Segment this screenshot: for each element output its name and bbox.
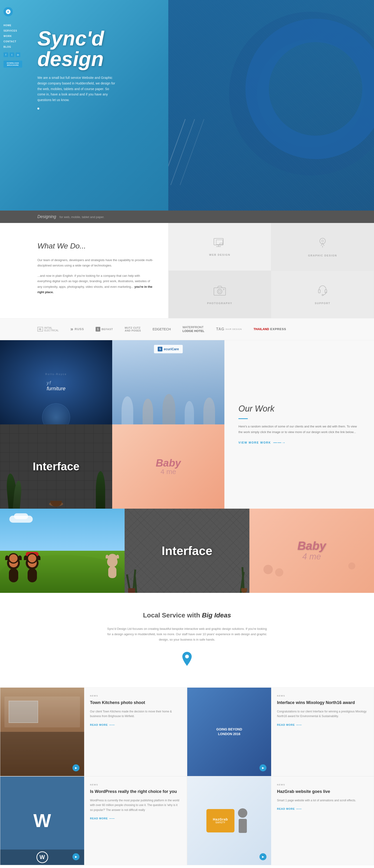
news-item-interface: GOING BEYONDLONDON 2016 ▶ NEWS Interface… xyxy=(187,687,374,776)
hazgrab-news-title: HazGrab website goes live xyxy=(277,789,368,795)
work-item-securicare[interactable]: S ecuriCare xyxy=(112,340,225,425)
graphic-design-label: GRAPHIC DESIGN xyxy=(308,254,337,257)
work-divider xyxy=(238,418,248,419)
service-photography[interactable]: PHOTOGRAPHY xyxy=(168,271,271,318)
work-section: Rolls-Royce yf furniture xyxy=(0,340,374,508)
nav-blog[interactable]: BLOG xyxy=(3,45,22,49)
news-interface-image: GOING BEYONDLONDON 2016 ▶ xyxy=(187,688,271,776)
support-label: SUPPORT xyxy=(315,302,330,305)
graphic-design-icon xyxy=(317,237,329,251)
news-interface-content: NEWS Interface wins Mixology North16 awa… xyxy=(271,688,374,776)
client-edgetech: edgetech xyxy=(152,327,171,331)
work-section-row2: Interface Baby 4 me xyxy=(0,508,374,593)
social-links: f t in xyxy=(3,53,22,57)
hero-background-image xyxy=(168,0,374,211)
web-design-label: WEB DESIGN xyxy=(209,253,231,256)
work-description: Here's a random selection of some of our… xyxy=(238,424,360,435)
interface-bottom-label: Interface xyxy=(162,544,212,558)
wordpress-news-tag: NEWS xyxy=(90,783,181,786)
interface-news-title: Interface wins Mixology North16 award xyxy=(277,700,368,706)
linkedin-icon[interactable]: in xyxy=(16,53,20,57)
work-grid: Rolls-Royce yf furniture xyxy=(0,340,225,508)
hero-content: Sync'd design We are a small but full se… xyxy=(37,28,117,110)
nav-services[interactable]: SERVICES xyxy=(3,29,22,33)
big-ideas-description: Sync'd Design Ltd focuses on creating be… xyxy=(105,626,269,643)
photography-label: PHOTOGRAPHY xyxy=(207,302,232,305)
arrow-icon: —— xyxy=(296,807,302,810)
news-section: ▶ NEWS Town Kitchens photo shoot Our cli… xyxy=(0,687,374,865)
svg-rect-1 xyxy=(216,240,223,245)
wordpress-logo: W xyxy=(33,810,51,832)
interface-news-tag: NEWS xyxy=(277,694,368,697)
client-tag: TAG HAIR DESIGN xyxy=(216,327,242,331)
news-item-wordpress: W W ▶ NEWS Is WordPress really the right… xyxy=(0,776,187,865)
work-heading: Our Work xyxy=(238,404,360,414)
news-item-hazgrab: HazGrab SAFETY ▶ NEWS HazGrab website go… xyxy=(187,776,374,865)
designing-label: Designing xyxy=(37,214,56,219)
support-icon xyxy=(317,284,329,298)
hazgrab-read-more[interactable]: READ MORE —— xyxy=(277,807,368,810)
arrow-icon: —— xyxy=(109,817,115,820)
kitchen-news-icon: ▶ xyxy=(72,764,79,771)
hazgrab-news-text: Smart 1 page website with a lot of anima… xyxy=(277,798,368,803)
hero-description: We are a small but full service Website … xyxy=(37,75,117,103)
news-wordpress-content: NEWS Is WordPress really the right choic… xyxy=(84,777,187,865)
arrow-icon: ——→ xyxy=(273,440,286,445)
download-brochure-button[interactable]: DOWNLOAD BROCHURE xyxy=(3,61,22,68)
facebook-icon[interactable]: f xyxy=(3,53,8,57)
baby-feet-image: Baby 4 me xyxy=(112,425,225,508)
main-nav: HOME SERVICES WORK CONTACT BLOG xyxy=(3,23,22,49)
client-thailand: THAILANDEXPRESS xyxy=(253,327,286,331)
client-befast: 1 BeFast xyxy=(96,327,113,332)
svg-rect-0 xyxy=(214,239,223,245)
web-design-icon xyxy=(213,237,227,250)
client-initial: IE INITIALELECTRICAL xyxy=(37,327,59,332)
big-ideas-title: Local Service with Big Ideas xyxy=(37,612,337,619)
work-item-interface-bottom[interactable]: Interface xyxy=(125,508,249,593)
arrow-icon: —— xyxy=(296,723,302,726)
work-item-baby-bottom[interactable]: Baby 4 me xyxy=(249,508,374,593)
services-description: ...and now in plain English: if you're l… xyxy=(37,273,154,295)
nav-contact[interactable]: CONTACT xyxy=(3,39,22,43)
svg-rect-13 xyxy=(318,290,320,293)
location-pin-icon xyxy=(37,652,337,669)
services-emphasis: you're in the right place. xyxy=(37,285,152,294)
work-item-baby4me[interactable]: Baby 4 me xyxy=(112,425,225,508)
service-support[interactable]: SUPPORT xyxy=(271,271,374,318)
interface-news-icon: ▶ xyxy=(260,764,267,771)
kitchen-news-tag: NEWS xyxy=(90,694,181,697)
services-cards: WEB DESIGN GRAPHIC DESIGN xyxy=(168,223,374,318)
arrow-icon: —— xyxy=(109,723,115,726)
photography-icon xyxy=(213,284,227,298)
wordpress-news-icon: ▶ xyxy=(72,853,79,860)
hazgrab-news-icon: ▶ xyxy=(260,853,267,860)
clients-bar: IE INITIALELECTRICAL » RUSS 1 BeFast MUT… xyxy=(0,318,374,340)
client-waterfront: waterfrontLODGE HOTEL xyxy=(182,326,205,333)
hazgrab-box: HazGrab SAFETY xyxy=(206,809,234,832)
kitchen-news-title: Town Kitchens photo shoot xyxy=(90,700,181,706)
nav-home[interactable]: HOME xyxy=(3,23,22,27)
book-title: GOING BEYONDLONDON 2016 xyxy=(211,722,247,741)
svg-point-8 xyxy=(321,240,324,242)
book-cover: GOING BEYONDLONDON 2016 xyxy=(187,688,271,776)
site-logo[interactable] xyxy=(3,7,13,17)
interface-read-more[interactable]: READ MORE —— xyxy=(277,723,368,726)
nav-work[interactable]: WORK xyxy=(3,34,22,38)
news-hazgrab-image: HazGrab SAFETY ▶ xyxy=(187,777,271,865)
service-web-design[interactable]: WEB DESIGN xyxy=(168,223,271,271)
services-intro: Our team of designers, developers and st… xyxy=(37,257,154,268)
kitchen-read-more[interactable]: READ MORE —— xyxy=(90,723,181,726)
view-more-work-link[interactable]: VIEW MORE WORK ——→ xyxy=(238,440,360,445)
news-item-kitchens: ▶ NEWS Town Kitchens photo shoot Our cli… xyxy=(0,687,187,776)
scroll-indicator[interactable] xyxy=(37,107,39,110)
twitter-icon[interactable]: t xyxy=(9,53,14,57)
client-mutz: MUTZ CUTZAND POSES xyxy=(125,327,141,332)
news-kitchen-content: NEWS Town Kitchens photo shoot Our clien… xyxy=(84,688,187,776)
services-section: What We Do... Our team of designers, dev… xyxy=(0,223,374,318)
wordpress-news-title: Is WordPress really the right choice for… xyxy=(90,789,181,795)
service-graphic-design[interactable]: GRAPHIC DESIGN xyxy=(271,223,374,271)
big-ideas-section: Local Service with Big Ideas Sync'd Desi… xyxy=(0,593,374,687)
services-heading: What We Do... xyxy=(37,242,154,250)
svg-rect-4 xyxy=(220,243,223,245)
wordpress-read-more[interactable]: READ MORE —— xyxy=(90,817,181,820)
